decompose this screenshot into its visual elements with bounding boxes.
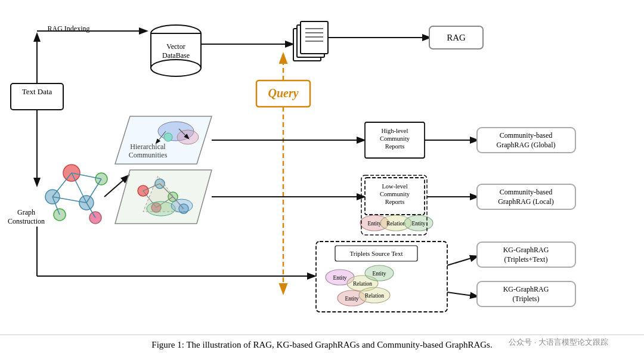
text-data-label: Text Data xyxy=(22,87,52,96)
rag-label: RAG xyxy=(447,33,466,42)
high-level-label2: Community xyxy=(380,135,410,142)
triplets-source-label: Triplets Source Text xyxy=(349,250,402,257)
watermark-text: 公众号 · 大语言模型论文跟踪 xyxy=(509,337,608,348)
community-local-label2: GraphRAG (Local) xyxy=(498,197,554,206)
svg-line-26 xyxy=(52,173,72,197)
query-label: Query xyxy=(268,86,298,100)
graph-construction-label2: Construction xyxy=(8,217,45,225)
relation-label-3: Relation xyxy=(365,293,384,299)
low-level-label3: Reports xyxy=(385,199,405,205)
svg-rect-9 xyxy=(301,21,328,54)
svg-point-53 xyxy=(171,199,193,212)
kg-graphrag-tt-label1: KG-GraphRAG xyxy=(503,246,549,254)
svg-line-73 xyxy=(447,256,477,265)
community-global-label1: Community-based xyxy=(500,131,553,140)
svg-point-52 xyxy=(147,202,175,216)
kg-graphrag-t-label2: (Triplets) xyxy=(513,295,540,303)
diagram-container: Text Data RAG Indexing Vector DataBase R… xyxy=(0,0,644,322)
graph-construction-label: Graph xyxy=(17,208,35,216)
high-level-label3: Reports xyxy=(385,143,405,150)
community-local-label1: Community-based xyxy=(500,188,553,196)
svg-line-32 xyxy=(86,179,101,203)
svg-line-74 xyxy=(447,292,477,296)
svg-point-36 xyxy=(164,133,172,141)
entity-label-2: Entity xyxy=(411,221,425,227)
entity-label-3: Entity xyxy=(333,275,346,281)
svg-point-37 xyxy=(177,130,199,144)
caption-text: Figure 1: The illustration of RAG, KG-ba… xyxy=(151,340,492,349)
entity-label-4: Entity xyxy=(372,271,386,277)
relation-label-1: Relation xyxy=(386,221,405,227)
relation-label-2: Relation xyxy=(353,281,372,287)
kg-graphrag-tt-label2: (Triplets+Text) xyxy=(504,255,548,264)
low-level-label1: Low-level xyxy=(382,183,407,190)
figure-caption: Figure 1: The illustration of RAG, KG-ba… xyxy=(0,335,644,356)
community-global-label2: GraphRAG (Global) xyxy=(497,141,556,149)
entity-label-1: Entity xyxy=(367,221,381,227)
svg-point-5 xyxy=(151,60,201,76)
vector-db-label: Vector xyxy=(166,42,185,51)
vector-db-label2: DataBase xyxy=(162,51,190,60)
entity-label-5: Entity xyxy=(345,296,358,302)
high-level-label1: High-level xyxy=(382,128,408,134)
kg-graphrag-t-label1: KG-GraphRAG xyxy=(503,285,549,293)
low-level-label2: Community xyxy=(380,191,410,197)
